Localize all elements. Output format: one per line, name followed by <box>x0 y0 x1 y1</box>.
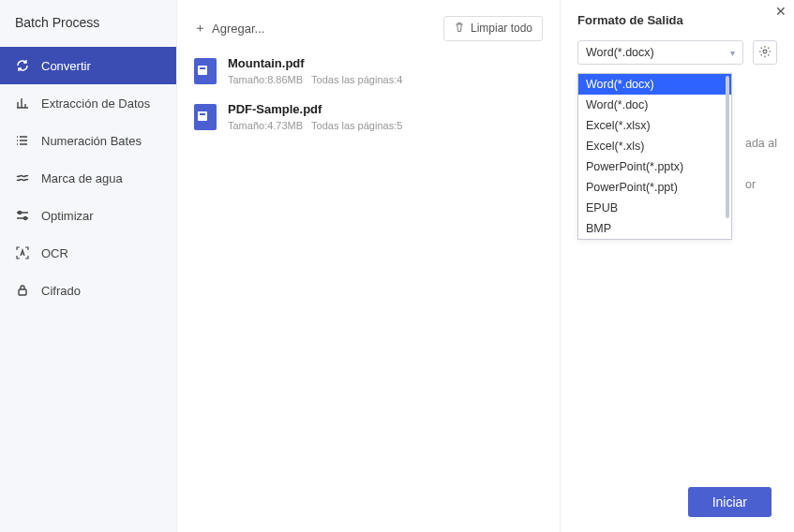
output-format-select[interactable]: Word(*.docx) ▾ <box>577 40 743 65</box>
sidebar-item-watermark[interactable]: Marca de agua <box>0 159 176 197</box>
add-button[interactable]: ＋ Agregar... <box>194 20 264 37</box>
clear-all-button[interactable]: Limpiar todo <box>443 16 543 41</box>
output-panel: Formato de Salida Word(*.docx) ▾ Word(*.… <box>560 0 794 532</box>
file-row[interactable]: Mountain.pdf Tamaño:8.86MB Todas las pág… <box>194 56 543 85</box>
dropdown-option[interactable]: Word(*.docx) <box>578 74 731 95</box>
sidebar-item-label: Extracción de Datos <box>41 96 150 111</box>
water-icon <box>15 170 30 185</box>
sidebar-item-data-extraction[interactable]: Extracción de Datos <box>0 84 176 122</box>
window-title: Batch Process <box>0 15 176 47</box>
file-name: Mountain.pdf <box>228 56 402 70</box>
gear-icon <box>758 45 772 61</box>
output-title: Formato de Salida <box>577 13 777 27</box>
start-button[interactable]: Iniciar <box>688 487 772 517</box>
list-icon <box>15 133 30 148</box>
svg-rect-2 <box>19 289 26 295</box>
trash-icon <box>454 22 465 36</box>
dropdown-option[interactable]: Excel(*.xlsx) <box>578 115 731 136</box>
chart-icon <box>15 96 30 111</box>
sidebar-item-ocr[interactable]: OCR <box>0 234 176 272</box>
add-label: Agregar... <box>212 22 264 36</box>
sidebar-item-optimize[interactable]: Optimizar <box>0 197 176 234</box>
dropdown-option[interactable]: Word(*.doc) <box>578 95 731 115</box>
dropdown-option[interactable]: Excel(*.xls) <box>578 136 731 156</box>
dropdown-option[interactable]: EPUB <box>578 198 731 218</box>
file-icon <box>194 104 217 130</box>
svg-point-3 <box>763 50 767 53</box>
plus-icon: ＋ <box>194 20 206 37</box>
file-row[interactable]: PDF-Sample.pdf Tamaño:4.73MB Todas las p… <box>194 102 543 131</box>
sidebar-item-label: OCR <box>41 246 68 260</box>
clear-label: Limpiar todo <box>471 22 532 35</box>
file-subtitle: Tamaño:8.86MB Todas las páginas:4 <box>228 74 402 85</box>
output-format-dropdown: Word(*.docx) Word(*.doc) Excel(*.xlsx) E… <box>577 73 732 240</box>
file-icon <box>194 58 217 84</box>
select-value: Word(*.docx) <box>586 46 654 59</box>
ocr-icon <box>15 245 30 260</box>
sliders-icon <box>15 208 30 223</box>
obscured-text: ada al or <box>745 133 777 195</box>
sidebar-item-label: Convertir <box>41 59 91 73</box>
chevron-down-icon: ▾ <box>730 48 735 58</box>
sidebar-item-convert[interactable]: Convertir <box>0 47 176 84</box>
file-subtitle: Tamaño:4.73MB Todas las páginas:5 <box>228 120 402 131</box>
lock-icon <box>15 283 30 298</box>
sidebar-item-label: Optimizar <box>41 209 94 223</box>
sidebar-item-bates[interactable]: Numeración Bates <box>0 122 176 159</box>
dropdown-option[interactable]: PowerPoint(*.ppt) <box>578 177 731 198</box>
sidebar-item-encrypt[interactable]: Cifrado <box>0 272 176 309</box>
sidebar-item-label: Numeración Bates <box>41 134 142 148</box>
sidebar: Batch Process Convertir Extracción de Da… <box>0 0 176 532</box>
dropdown-option[interactable]: BMP <box>578 218 731 239</box>
dropdown-option[interactable]: PowerPoint(*.pptx) <box>578 156 731 177</box>
sidebar-item-label: Cifrado <box>41 284 81 298</box>
refresh-icon <box>15 58 30 73</box>
sidebar-item-label: Marca de agua <box>41 171 123 185</box>
settings-button[interactable] <box>753 40 777 65</box>
file-name: PDF-Sample.pdf <box>228 102 402 116</box>
dropdown-scrollbar[interactable] <box>726 76 729 218</box>
